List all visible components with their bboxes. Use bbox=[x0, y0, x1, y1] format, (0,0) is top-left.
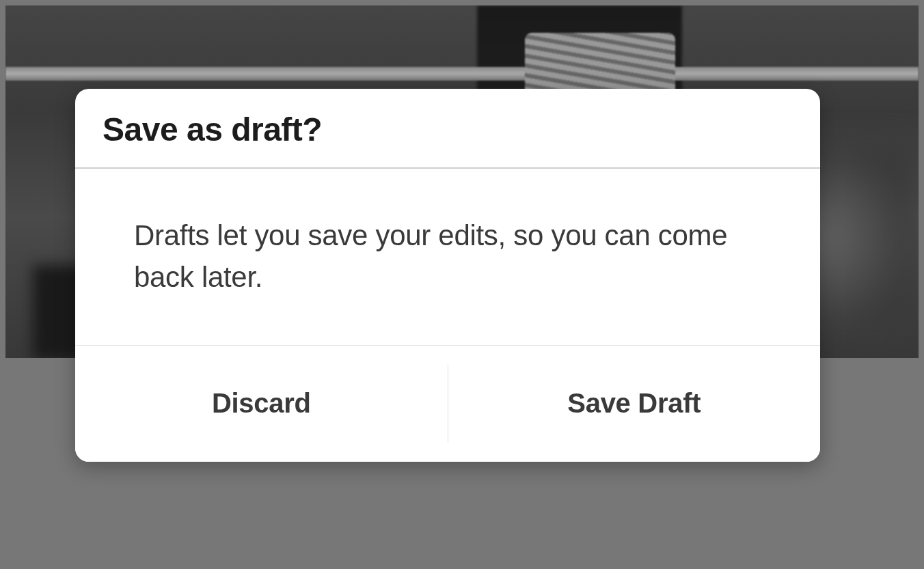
dialog-header: Save as draft? bbox=[75, 89, 820, 167]
save-draft-dialog: Save as draft? Drafts let you save your … bbox=[75, 89, 820, 462]
discard-button[interactable]: Discard bbox=[75, 346, 448, 462]
dialog-message: Drafts let you save your edits, so you c… bbox=[134, 215, 787, 299]
save-draft-button[interactable]: Save Draft bbox=[448, 346, 821, 462]
dialog-button-row: Discard Save Draft bbox=[75, 346, 820, 462]
dialog-title: Save as draft? bbox=[103, 111, 793, 148]
dialog-body: Drafts let you save your edits, so you c… bbox=[75, 169, 820, 345]
